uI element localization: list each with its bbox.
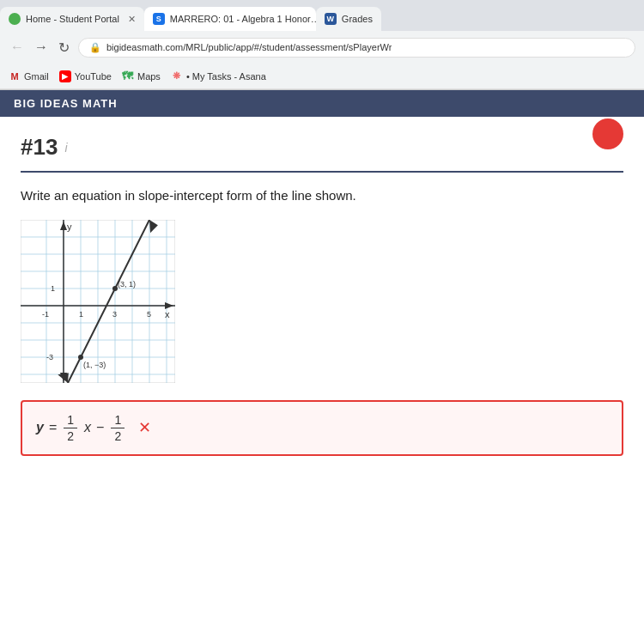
tab-close-student-portal[interactable]: ✕ [128,14,136,25]
tab-label-grades: Grades [342,14,373,24]
tab-favicon-grades: W [325,13,337,25]
svg-text:1: 1 [51,284,55,293]
question-divider [21,171,623,173]
bookmark-maps-label: Maps [137,71,161,82]
svg-text:3: 3 [112,310,117,319]
fraction-1-denominator: 2 [64,428,77,444]
fraction-1-numerator: 1 [64,412,77,428]
tab-bar: Home - Student Portal ✕ S MARRERO: 01 - … [0,0,644,31]
svg-text:y: y [67,222,72,232]
red-circle-indicator [592,118,623,149]
back-button[interactable]: ← [9,38,26,57]
question-info: i [64,141,67,155]
asana-icon: ❋ [171,70,183,82]
bookmark-asana[interactable]: ❋ • My Tasks - Asana [171,70,266,82]
answer-x-var: x [84,420,91,435]
bookmark-maps[interactable]: 🗺 Maps [122,70,161,82]
lock-icon: 🔒 [89,42,101,53]
svg-text:-1: -1 [42,310,49,319]
svg-text:5: 5 [147,310,151,319]
svg-text:-3: -3 [46,353,53,361]
fraction-2: 1 2 [111,412,125,444]
gmail-icon: M [9,70,21,82]
refresh-button[interactable]: ↻ [57,38,71,58]
youtube-icon: ▶ [59,70,71,82]
bookmark-youtube-label: YouTube [75,71,112,82]
tab-grades[interactable]: W Grades [316,7,381,31]
tab-algebra[interactable]: S MARRERO: 01 - Algebra 1 Honor… ✕ [144,7,316,31]
tab-label-student-portal: Home - Student Portal [26,14,119,24]
fraction-2-numerator: 1 [111,412,125,428]
bookmark-gmail-label: Gmail [24,71,49,82]
bim-header-title: BIG IDEAS MATH [14,97,118,110]
answer-area: y = 1 2 x − 1 2 ✕ [21,400,623,456]
svg-text:(3, 1): (3, 1) [118,280,136,289]
answer-equals: = [49,420,57,435]
bookmark-gmail[interactable]: M Gmail [9,70,49,82]
svg-text:x: x [165,309,170,319]
bookmarks-bar: M Gmail ▶ YouTube 🗺 Maps ❋ • My Tasks - … [0,64,644,89]
question-number: #13 i [21,134,68,161]
answer-operator: − [96,420,104,435]
bookmark-asana-label: • My Tasks - Asana [186,71,266,82]
question-text: Write an equation in slope-intercept for… [21,186,623,206]
tab-favicon-algebra: S [153,13,165,25]
forward-button[interactable]: → [33,38,50,57]
svg-point-36 [78,355,83,360]
graph-container: y x -1 1 3 5 1 -3 (3, [21,220,175,386]
svg-text:(1, −3): (1, −3) [83,361,106,369]
tab-favicon-student-portal [9,13,21,25]
fraction-2-denominator: 2 [111,428,125,444]
maps-icon: 🗺 [122,70,134,82]
tab-label-algebra: MARRERO: 01 - Algebra 1 Honor… [170,14,316,24]
browser-chrome: Home - Student Portal ✕ S MARRERO: 01 - … [0,0,644,90]
url-bar[interactable]: 🔒 bigideasmath.com/MRL/public/app/#/stud… [78,38,635,58]
url-text: bigideasmath.com/MRL/public/app/#/studen… [106,42,392,52]
incorrect-icon: ✕ [138,418,151,437]
answer-label: y [36,420,44,435]
fraction-1: 1 2 [64,412,77,444]
tab-student-portal[interactable]: Home - Student Portal ✕ [0,7,144,31]
bookmark-youtube[interactable]: ▶ YouTube [59,70,112,82]
svg-text:1: 1 [79,310,83,319]
address-bar: ← → ↻ 🔒 bigideasmath.com/MRL/public/app/… [0,31,644,64]
main-content: #13 i Write an equation in slope-interce… [0,117,644,470]
bim-header: BIG IDEAS MATH [0,90,644,117]
coordinate-graph: y x -1 1 3 5 1 -3 (3, [21,220,175,383]
